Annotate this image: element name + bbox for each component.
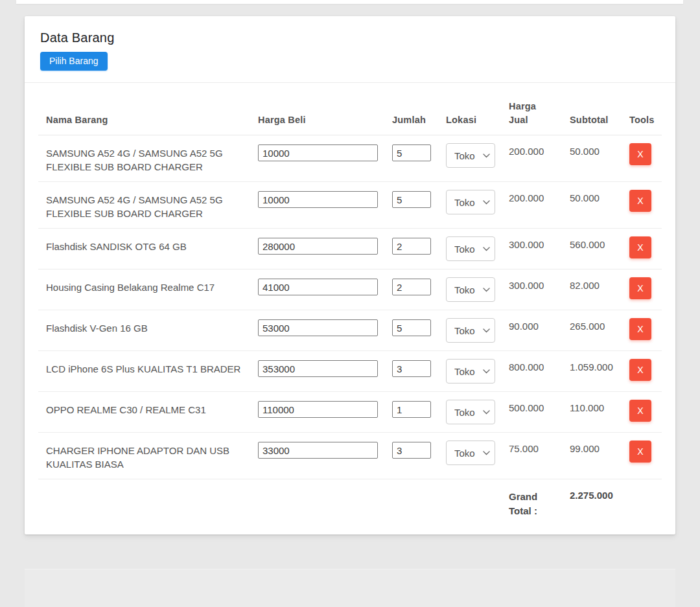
tools-cell: X [622, 269, 662, 310]
item-name: CHARGER IPHONE ADAPTOR DAN USB KUALITAS … [38, 433, 250, 479]
lokasi-selected-value: Toko [454, 284, 475, 295]
tools-cell: X [622, 351, 662, 392]
lokasi-cell: Toko [438, 351, 501, 392]
delete-row-button[interactable]: X [629, 277, 651, 299]
lokasi-select[interactable]: Toko [446, 400, 495, 424]
lokasi-select[interactable]: Toko [446, 143, 495, 168]
bottom-page-strip [25, 569, 675, 607]
harga-beli-input[interactable] [258, 238, 378, 255]
lokasi-selected-value: Toko [454, 244, 475, 255]
jumlah-input[interactable] [392, 279, 431, 295]
subtotal-value: 99.000 [562, 433, 622, 479]
lokasi-cell: Toko [438, 310, 501, 351]
grand-total-label: Grand Total : [501, 479, 562, 527]
delete-row-button[interactable]: X [629, 318, 651, 340]
lokasi-select[interactable]: Toko [446, 236, 495, 261]
column-header-lokasi: Lokasi [438, 92, 501, 135]
jumlah-input[interactable] [392, 360, 431, 377]
table-row: OPPO REALME C30 / REALME C31 Toko 500.00… [38, 392, 662, 433]
pilih-barang-button[interactable]: Pilih Barang [40, 52, 108, 71]
item-name: SAMSUNG A52 4G / SAMSUNG A52 5G FLEXIBLE… [38, 182, 250, 229]
harga-beli-input[interactable] [258, 279, 378, 295]
lokasi-select[interactable]: Toko [446, 190, 495, 214]
table-row: Flashdisk SANDISK OTG 64 GB Toko 300.000… [38, 229, 662, 269]
subtotal-value: 50.000 [562, 182, 622, 229]
lokasi-select[interactable]: Toko [446, 441, 495, 465]
jumlah-cell [384, 351, 438, 392]
data-barang-table: Nama Barang Harga Beli Jumlah Lokasi Har… [38, 92, 662, 526]
lokasi-select[interactable]: Toko [446, 359, 495, 384]
table-header-row: Nama Barang Harga Beli Jumlah Lokasi Har… [38, 92, 662, 135]
harga-beli-input[interactable] [258, 191, 378, 208]
harga-beli-cell [250, 392, 384, 433]
subtotal-value: 560.000 [562, 229, 622, 269]
tools-cell: X [622, 182, 662, 229]
lokasi-selected-value: Toko [454, 407, 475, 418]
column-header-harga-jual: Harga Jual [501, 92, 562, 135]
lokasi-select[interactable]: Toko [446, 277, 495, 302]
item-name: OPPO REALME C30 / REALME C31 [38, 392, 250, 433]
harga-jual-value: 300.000 [501, 269, 562, 310]
grand-total-tools-spacer [622, 479, 662, 527]
lokasi-selected-value: Toko [454, 150, 475, 161]
top-page-strip [16, 0, 683, 4]
harga-jual-value: 200.000 [501, 182, 562, 229]
harga-beli-input[interactable] [258, 319, 378, 336]
jumlah-input[interactable] [392, 191, 431, 208]
lokasi-selected-value: Toko [454, 448, 475, 459]
column-header-tools: Tools [622, 92, 662, 135]
table-row: Housing Casing Belakang Realme C17 Toko … [38, 269, 662, 310]
harga-jual-value: 500.000 [501, 392, 562, 433]
jumlah-input[interactable] [392, 238, 431, 255]
jumlah-cell [384, 310, 438, 351]
tools-cell: X [622, 135, 662, 182]
delete-row-button[interactable]: X [629, 441, 651, 463]
card-body: Nama Barang Harga Beli Jumlah Lokasi Har… [25, 83, 675, 526]
item-name: Flashdisk V-Gen 16 GB [38, 310, 250, 351]
harga-beli-input[interactable] [258, 442, 378, 459]
table-row: Flashdisk V-Gen 16 GB Toko 90.000 265.00… [38, 310, 662, 351]
data-barang-card: Data Barang Pilih Barang Nama Barang Har… [25, 16, 675, 534]
harga-jual-value: 800.000 [501, 351, 562, 392]
table-row: SAMSUNG A52 4G / SAMSUNG A52 5G FLEXIBLE… [38, 182, 662, 229]
harga-beli-cell [250, 182, 384, 229]
chevron-down-icon [483, 247, 490, 251]
tools-cell: X [622, 433, 662, 479]
jumlah-input[interactable] [392, 442, 431, 459]
tools-cell: X [622, 310, 662, 351]
jumlah-cell [384, 135, 438, 182]
delete-row-button[interactable]: X [629, 359, 651, 381]
delete-row-button[interactable]: X [629, 400, 651, 422]
lokasi-select[interactable]: Toko [446, 318, 495, 343]
harga-beli-cell [250, 351, 384, 392]
subtotal-value: 110.000 [562, 392, 622, 433]
chevron-down-icon [483, 410, 490, 415]
jumlah-input[interactable] [392, 319, 431, 336]
harga-jual-value: 300.000 [501, 229, 562, 269]
harga-beli-input[interactable] [258, 360, 378, 377]
table-footer: Grand Total : 2.275.000 [38, 479, 662, 527]
table-row: CHARGER IPHONE ADAPTOR DAN USB KUALITAS … [38, 433, 662, 479]
chevron-down-icon [483, 451, 490, 455]
chevron-down-icon [483, 200, 490, 205]
card-header: Data Barang Pilih Barang [25, 16, 675, 83]
harga-jual-value: 90.000 [501, 310, 562, 351]
column-header-harga-beli: Harga Beli [250, 92, 384, 135]
delete-row-button[interactable]: X [629, 190, 651, 212]
lokasi-cell: Toko [438, 135, 501, 182]
item-name: LCD iPhone 6S Plus KUALITAS T1 BRADER [38, 351, 250, 392]
harga-beli-input[interactable] [258, 144, 378, 161]
tools-cell: X [622, 392, 662, 433]
harga-beli-cell [250, 135, 384, 182]
page-title: Data Barang [40, 30, 660, 45]
subtotal-value: 50.000 [562, 135, 622, 182]
delete-row-button[interactable]: X [629, 236, 651, 258]
lokasi-cell: Toko [438, 433, 501, 479]
lokasi-cell: Toko [438, 182, 501, 229]
delete-row-button[interactable]: X [629, 143, 651, 165]
harga-beli-input[interactable] [258, 401, 378, 418]
chevron-down-icon [483, 369, 490, 374]
jumlah-input[interactable] [392, 144, 431, 161]
jumlah-input[interactable] [392, 401, 431, 418]
table-row: LCD iPhone 6S Plus KUALITAS T1 BRADER To… [38, 351, 662, 392]
